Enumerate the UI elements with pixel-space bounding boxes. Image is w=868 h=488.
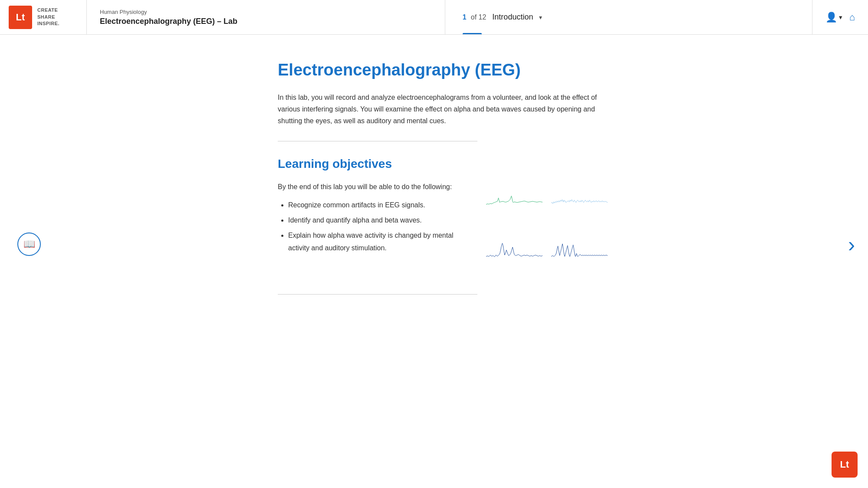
list-item: Recognize common artifacts in EEG signal… [288, 199, 469, 212]
objectives-layout: By the end of this lab you will be able … [278, 181, 608, 277]
book-icon: 📖 [23, 239, 35, 250]
eeg-chart-lightblue [551, 181, 608, 225]
current-page-title: Introduction [492, 13, 533, 22]
course-subject: Human Physiology [100, 9, 432, 15]
eeg-charts [486, 181, 608, 277]
sidebar-book-button[interactable]: 📖 [17, 233, 41, 256]
page-of-label: of 12 [471, 13, 487, 21]
user-dropdown-arrow: ▾ [839, 13, 842, 21]
logo-tagline: CREATE SHARE INSPIRE. [37, 7, 59, 27]
home-icon: ⌂ [849, 12, 855, 23]
page-indicator: 1 of 12 Introduction ▾ [463, 13, 542, 22]
lt-badge[interactable]: Lt [832, 452, 858, 478]
eeg-chart-blue-spike [486, 233, 542, 277]
logo-lt-text: Lt [16, 12, 25, 23]
next-chevron-icon: › [848, 233, 855, 255]
page-dropdown-arrow[interactable]: ▾ [539, 14, 542, 21]
course-title: Electroencephalography (EEG) – Lab [100, 17, 432, 26]
main-container: 📖 Electroencephalography (EEG) In this l… [0, 35, 868, 488]
header: Lt CREATE SHARE INSPIRE. Human Physiolog… [0, 0, 868, 35]
eeg-chart-blue-multi [551, 233, 608, 277]
objectives-list: Recognize common artifacts in EEG signal… [278, 199, 469, 254]
home-button[interactable]: ⌂ [849, 12, 855, 23]
page-main-title: Electroencephalography (EEG) [278, 61, 608, 79]
objectives-intro: By the end of this lab you will be able … [278, 181, 469, 193]
user-menu-button[interactable]: 👤 ▾ [825, 12, 842, 23]
eeg-chart-green [486, 181, 542, 225]
list-item: Explain how alpha wave activity is chang… [288, 229, 469, 255]
section-divider-bottom [278, 294, 477, 295]
course-info: Human Physiology Electroencephalography … [87, 0, 445, 34]
learning-objectives-title: Learning objectives [278, 157, 608, 171]
intro-paragraph: In this lab, you will record and analyze… [278, 92, 608, 127]
section-divider-top [278, 141, 477, 141]
tagline-line2: SHARE [37, 14, 59, 20]
content-area: Electroencephalography (EEG) In this lab… [226, 35, 642, 488]
next-button[interactable]: › [848, 232, 855, 256]
user-icon: 👤 [825, 12, 837, 23]
header-actions: 👤 ▾ ⌂ [812, 0, 868, 34]
tagline-line3: INSPIRE. [37, 20, 59, 27]
page-nav: 1 of 12 Introduction ▾ [445, 0, 812, 34]
tagline-line1: CREATE [37, 7, 59, 13]
lt-logo: Lt [9, 6, 32, 29]
nav-underline [463, 33, 482, 34]
lt-badge-label: Lt [840, 459, 849, 470]
objectives-left: By the end of this lab you will be able … [278, 181, 469, 257]
logo-area: Lt CREATE SHARE INSPIRE. [0, 0, 87, 34]
page-number: 1 [463, 13, 467, 21]
list-item: Identify and quantify alpha and beta wav… [288, 214, 469, 227]
